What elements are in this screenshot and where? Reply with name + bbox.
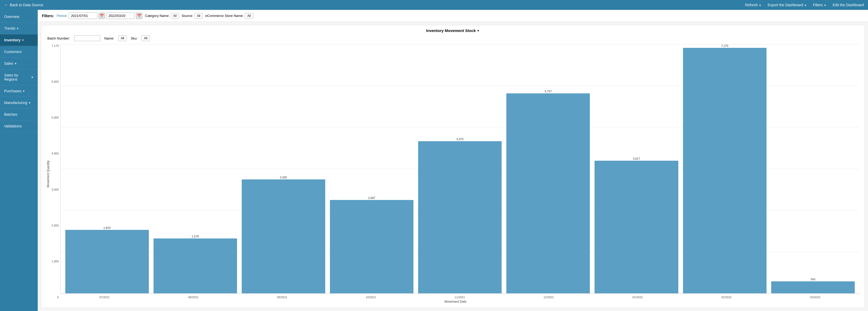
y-tick-label: 2,000: [52, 224, 59, 227]
edit-dashboard-button[interactable]: Edit the Dashboard: [833, 3, 864, 7]
bar-value-label: 1,824: [103, 226, 111, 229]
sidebar-item-overview[interactable]: Overview: [0, 11, 38, 23]
calendar-from-icon[interactable]: 📅: [99, 13, 105, 19]
bar-group-03-2022: 343: [771, 44, 855, 293]
y-tick-label: 3,000: [52, 188, 59, 191]
bar[interactable]: [418, 141, 502, 293]
bars-area: 1,8241,5783,2822,6874,3755,7573,8177,170…: [60, 44, 860, 293]
sidebar-item-inventory[interactable]: Inventory ▼: [0, 34, 38, 46]
name-button[interactable]: All: [118, 35, 126, 41]
bar[interactable]: [242, 179, 325, 293]
chart-area: Movement Quantity 7,1706,0005,0004,0003,…: [46, 44, 860, 304]
bar[interactable]: [330, 200, 413, 293]
y-tick-label: 0: [57, 296, 59, 299]
content-area: Filters: Period: 📅 📅 Category Name: All …: [38, 10, 868, 311]
bar[interactable]: [594, 161, 678, 293]
sidebar-item-sales-by-regions[interactable]: Sales by Regions ▼: [0, 69, 38, 85]
chart-subtitle-row: Batch Number: Name: All Sku: All: [46, 35, 860, 41]
y-ticks-column: 7,1706,0005,0004,0003,0002,0001,0000: [52, 44, 60, 299]
y-axis-label: Movement Quantity: [46, 44, 50, 304]
sales-caret-icon: ▼: [14, 62, 17, 65]
bar-value-label: 1,578: [192, 235, 199, 238]
bar-value-label: 7,170: [721, 44, 728, 47]
y-tick-label: 4,000: [52, 152, 59, 155]
chart-title: Inventory Movement Stock ▼: [46, 28, 860, 33]
back-link[interactable]: ← Back to Data Source: [4, 3, 43, 7]
chart-container: Inventory Movement Stock ▼ Batch Number:…: [41, 25, 865, 308]
x-axis-label: 01/2022: [596, 296, 680, 299]
refresh-button[interactable]: Refresh ▼: [745, 3, 761, 7]
manufacturing-caret-icon: ▼: [28, 101, 31, 104]
inventory-caret-icon: ▼: [22, 39, 24, 42]
date-to-input[interactable]: [106, 12, 135, 19]
refresh-caret-icon: ▼: [759, 4, 761, 7]
x-axis-label: 09/2021: [240, 296, 324, 299]
bar[interactable]: [506, 93, 590, 293]
source-button[interactable]: All: [195, 13, 203, 19]
sidebar-item-customers[interactable]: Customers: [0, 46, 38, 58]
sidebar-item-manufacturing[interactable]: Manufacturing ▼: [0, 97, 38, 109]
bar-group-08-2021: 1,578: [154, 44, 237, 293]
x-axis-label: 12/2021: [506, 296, 591, 299]
period-button[interactable]: Period:: [57, 14, 67, 18]
bar[interactable]: [683, 48, 767, 293]
x-axis-label: 02/2022: [684, 296, 769, 299]
batch-number-input[interactable]: [74, 35, 100, 41]
bar-group-12-2021: 5,757: [506, 44, 590, 293]
bar-group-02-2022: 7,170: [683, 44, 767, 293]
x-axis-label: 07/2021: [62, 296, 147, 299]
export-caret-icon: ▼: [804, 4, 807, 7]
bar-group-11-2021: 4,375: [418, 44, 502, 293]
y-tick-label: 6,000: [52, 80, 59, 83]
axes-area: 7,1706,0005,0004,0003,0002,0001,0000 1,8…: [52, 44, 860, 299]
bar-value-label: 3,282: [280, 176, 287, 179]
sku-label: Sku:: [131, 36, 137, 40]
y-tick-label: 1,000: [52, 260, 59, 263]
category-name-button[interactable]: All: [171, 13, 179, 19]
filters-button[interactable]: Filters ▼: [813, 3, 826, 7]
x-axis-label: 11/2021: [418, 296, 502, 299]
batch-number-label: Batch Number:: [48, 36, 70, 40]
sidebar-item-batches[interactable]: Batches: [0, 109, 38, 120]
sidebar-item-purchases[interactable]: Purchases ▼: [0, 85, 38, 97]
period-filter: Period: 📅 📅: [57, 12, 142, 19]
x-axis-label: 10/2021: [329, 296, 413, 299]
top-bar-actions: Refresh ▼ Export the Dashboard ▼ Filters…: [745, 3, 864, 7]
name-label: Name:: [104, 36, 114, 40]
ecommerce-label: eCommerce Store Name:: [205, 14, 244, 18]
chart-title-caret-icon[interactable]: ▼: [477, 29, 480, 32]
sidebar-item-validations[interactable]: Validations: [0, 120, 38, 132]
source-filter: Source: All: [182, 13, 203, 19]
filters-label: Filters:: [42, 14, 54, 18]
chart-inner: 7,1706,0005,0004,0003,0002,0001,0000 1,8…: [52, 44, 860, 304]
ecommerce-button[interactable]: All: [245, 13, 253, 19]
bar[interactable]: [65, 230, 149, 293]
sidebar-item-sales[interactable]: Sales ▼: [0, 58, 38, 69]
sku-button[interactable]: All: [142, 35, 150, 41]
filters-bar: Filters: Period: 📅 📅 Category Name: All …: [38, 10, 868, 22]
source-label: Source:: [182, 14, 193, 18]
bar[interactable]: [771, 281, 855, 293]
sidebar: OverviewTrends ▼Inventory ▼CustomersSale…: [0, 10, 38, 311]
category-filter: Category Name: All: [145, 13, 179, 19]
y-tick-label: 7,170: [52, 44, 59, 47]
filters-caret-icon: ▼: [824, 4, 826, 7]
bar[interactable]: [154, 238, 237, 293]
bar-group-01-2022: 3,817: [594, 44, 678, 293]
x-axis-label: 08/2021: [151, 296, 236, 299]
bar-value-label: 343: [810, 278, 815, 281]
bar-value-label: 4,375: [456, 138, 464, 141]
x-axis-title: Movement Date: [52, 300, 860, 304]
export-button[interactable]: Export the Dashboard ▼: [768, 3, 807, 7]
main-layout: OverviewTrends ▼Inventory ▼CustomersSale…: [0, 10, 868, 311]
back-arrow-icon: ←: [4, 3, 8, 7]
sidebar-item-trends[interactable]: Trends ▼: [0, 23, 38, 34]
y-tick-label: 5,000: [52, 116, 59, 119]
trends-caret-icon: ▼: [17, 27, 19, 30]
x-axis-label: 03/2022: [773, 296, 858, 299]
date-from-input[interactable]: [69, 12, 97, 19]
category-name-label: Category Name:: [145, 14, 169, 18]
top-bar: ← Back to Data Source Refresh ▼ Export t…: [0, 0, 868, 10]
calendar-to-icon[interactable]: 📅: [136, 13, 142, 19]
ecommerce-filter: eCommerce Store Name: All: [205, 13, 253, 19]
